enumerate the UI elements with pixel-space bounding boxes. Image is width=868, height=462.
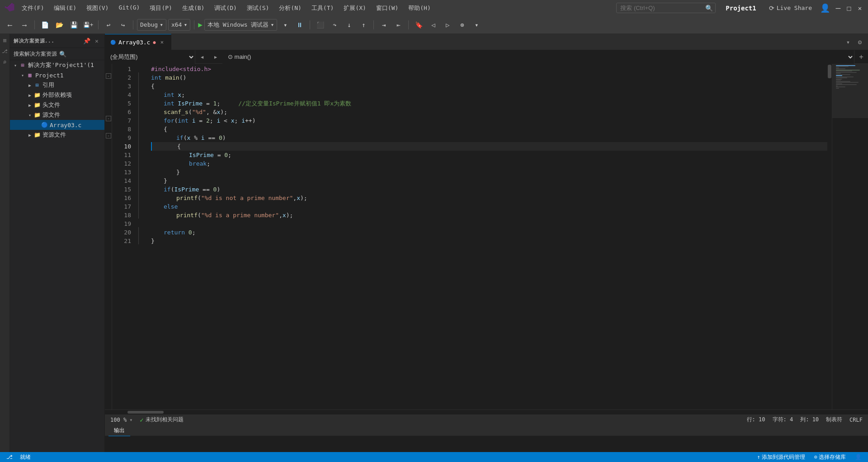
scrollbar-thumb[interactable] (828, 65, 831, 78)
menu-window[interactable]: 窗口(W) (372, 2, 403, 14)
resource-expand-arrow: ▶ (26, 131, 33, 138)
nav-add-btn[interactable]: + (854, 50, 868, 64)
step-into-btn[interactable]: ↓ (343, 19, 355, 31)
code-line-10: { (151, 142, 827, 151)
search-box[interactable]: 🔍 (616, 3, 716, 13)
profile-icon[interactable]: 👤 (820, 3, 830, 13)
indent-btn[interactable]: ⇥ (377, 19, 390, 31)
select-repo-label: 选择存储库 (819, 453, 846, 461)
sidebar-search-icon[interactable]: 🔍 (59, 50, 67, 58)
back-button[interactable]: ⟵ (4, 19, 16, 31)
function-scope-select[interactable]: ⊙ main() (222, 50, 854, 64)
tree-array03c[interactable]: 🔵 Array03.c (10, 120, 104, 130)
sidebar-close-btn[interactable]: ✕ (93, 37, 101, 45)
char-info: 字符: 4 (773, 416, 793, 424)
output-tab[interactable]: 输出 (108, 425, 130, 436)
step-over-btn[interactable]: ↷ (328, 19, 341, 31)
menu-edit[interactable]: 编辑(E) (49, 2, 80, 14)
activity-search[interactable]: ⌕ (0, 57, 9, 67)
fold-btn-7[interactable]: - (106, 116, 111, 121)
menu-extensions[interactable]: 扩展(X) (339, 2, 370, 14)
pause-btn[interactable]: ⏸ (293, 19, 306, 31)
nav-right-btn[interactable]: ▸ (209, 50, 222, 64)
menu-tools[interactable]: 工具(T) (307, 2, 338, 14)
debug-config-dropdown[interactable]: Debug ▾ (137, 19, 166, 31)
code-line-13: } (151, 168, 827, 176)
vertical-scrollbar[interactable] (827, 64, 832, 410)
platform-dropdown[interactable]: x64 ▾ (168, 19, 190, 31)
toolbar-sep-6 (373, 20, 374, 29)
horizontal-scrollbar[interactable] (105, 410, 868, 414)
run-arrow: ▾ (270, 21, 274, 28)
maximize-button[interactable]: ☐ (845, 5, 853, 11)
menu-build[interactable]: 生成(B) (178, 2, 209, 14)
sidebar-pin-btn[interactable]: 📌 (83, 37, 91, 45)
zoom-control[interactable]: 100 % ▾ (110, 417, 132, 423)
step-out-btn[interactable]: ↑ (357, 19, 370, 31)
debug-config-arrow: ▾ (160, 21, 163, 28)
activity-solution-explorer[interactable]: ≡ (0, 36, 9, 45)
tab-list-btn[interactable]: ▾ (843, 37, 854, 48)
search-input[interactable] (616, 3, 716, 13)
h-scrollbar-thumb[interactable] (127, 411, 164, 414)
tab-unsaved-dot: ● (153, 40, 156, 45)
run-button[interactable]: 本地 Windows 调试器 ▾ (204, 19, 277, 31)
toolbar-sep-4 (194, 20, 194, 29)
select-repo-btn[interactable]: ⊙ 选择存储库 (811, 453, 849, 461)
user-status-btn[interactable]: 👤 (852, 454, 864, 460)
menu-git[interactable]: Git(G) (114, 2, 144, 14)
refs-icon: ⊞ (33, 81, 41, 89)
tab-array03c[interactable]: 🔵 Array03.c ● ✕ (105, 34, 171, 50)
user-icon: 👤 (855, 454, 862, 460)
tree-solution[interactable]: ▾ ⊞ 解决方案'Project1'(1 (10, 60, 104, 70)
bookmark-clear-btn[interactable]: ⊗ (456, 19, 468, 31)
editor-area: 🔵 Array03.c ● ✕ ▾ ⚙ (全局范围) ◂ ▸ ⊙ main() … (105, 34, 868, 452)
save-button[interactable]: 💾 (67, 19, 80, 31)
output-content (105, 436, 868, 440)
tree-project[interactable]: ▾ ▦ Project1 (10, 70, 104, 80)
menu-test[interactable]: 测试(S) (242, 2, 274, 14)
tree-external-deps[interactable]: ▶ 📁 外部依赖项 (10, 90, 104, 100)
status-check: ✓ 未找到相关问题 (140, 416, 183, 424)
menu-project[interactable]: 项目(P) (145, 2, 176, 14)
new-file-button[interactable]: 📄 (38, 19, 51, 31)
headers-expand-arrow: ▶ (26, 101, 33, 109)
project-scope-select[interactable]: (全局范围) (105, 50, 195, 64)
forward-button[interactable]: ⟶ (18, 19, 31, 31)
bookmark-prev-btn[interactable]: ◁ (427, 19, 439, 31)
fold-btn-9[interactable]: - (106, 133, 111, 138)
toggle-breakpoint-btn[interactable]: ⬛ (314, 19, 326, 31)
run-dropdown-btn[interactable]: ▾ (279, 19, 292, 31)
liveshare-button[interactable]: ⟳ Live Share (765, 3, 816, 13)
menu-file[interactable]: 文件(F) (17, 2, 48, 14)
tree-references[interactable]: ▶ ⊞ 引用 (10, 80, 104, 90)
tab-settings-btn[interactable]: ⚙ (854, 37, 865, 48)
tree-resource-files[interactable]: ▶ 📁 资源文件 (10, 130, 104, 140)
tree-header-files[interactable]: ▶ 📁 头文件 (10, 100, 104, 110)
main-area: ≡ ⎇ ⌕ 解决方案资源... 📌 ✕ 搜索解决方案资源 🔍 ▾ ⊞ 解决方案'… (0, 34, 868, 452)
minimize-button[interactable]: — (835, 5, 842, 11)
open-button[interactable]: 📂 (53, 19, 66, 31)
git-status[interactable]: ⎇ (4, 454, 15, 460)
bookmark-btn[interactable]: 🔖 (412, 19, 425, 31)
source-control-btn[interactable]: ↑ 添加到源代码管理 (755, 453, 808, 461)
menu-view[interactable]: 视图(V) (82, 2, 113, 14)
menu-debug[interactable]: 调试(D) (210, 2, 241, 14)
menu-help[interactable]: 帮助(H) (404, 2, 435, 14)
code-content[interactable]: #include<stdio.h> int main() { int x; (144, 64, 827, 410)
undo-button[interactable]: ↩ (102, 19, 115, 31)
close-button[interactable]: ✕ (856, 5, 863, 11)
tree-source-files[interactable]: ▾ 📁 源文件 (10, 110, 104, 120)
resource-icon: 📁 (33, 131, 41, 138)
bookmark-dropdown-btn[interactable]: ▾ (470, 19, 483, 31)
redo-button[interactable]: ↪ (117, 19, 129, 31)
fold-btn-2[interactable]: - (106, 73, 111, 79)
ready-status[interactable]: 就绪 (17, 453, 33, 461)
menu-analyze[interactable]: 分析(N) (274, 2, 306, 14)
unindent-btn[interactable]: ⇤ (392, 19, 405, 31)
activity-git[interactable]: ⎇ (0, 47, 9, 56)
bookmark-next-btn[interactable]: ▷ (441, 19, 454, 31)
save-all-button[interactable]: 💾+ (82, 19, 94, 31)
nav-left-btn[interactable]: ◂ (195, 50, 209, 64)
tab-close-btn[interactable]: ✕ (158, 38, 165, 46)
